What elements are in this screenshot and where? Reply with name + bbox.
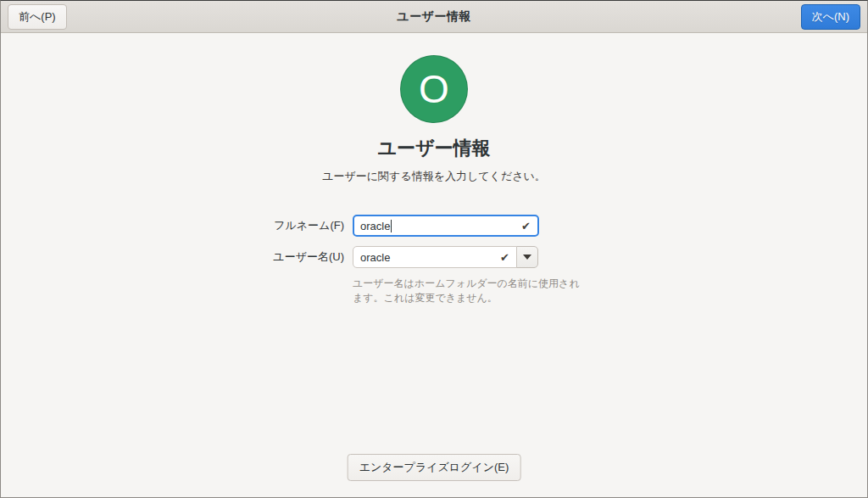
username-value: oracle xyxy=(360,251,390,264)
page-title: ユーザー情報 xyxy=(377,136,490,161)
username-input[interactable]: oracle ✔ xyxy=(353,246,517,268)
avatar-letter: O xyxy=(419,70,449,109)
content-area: O ユーザー情報 ユーザーに関する情報を入力してください。 フルネーム(F) o… xyxy=(1,33,867,498)
username-label: ユーザー名(U) xyxy=(242,249,344,265)
titlebar-title: ユーザー情報 xyxy=(397,9,471,25)
back-button[interactable]: 前へ(P) xyxy=(8,4,67,30)
fullname-row: フルネーム(F) oracle ✔ xyxy=(242,215,587,237)
username-dropdown-button[interactable] xyxy=(516,246,538,268)
username-hint: ユーザー名はホームフォルダーの名前に使用されます。これは変更できません。 xyxy=(353,277,587,306)
user-info-window: 前へ(P) ユーザー情報 次へ(N) O ユーザー情報 ユーザーに関する情報を入… xyxy=(0,0,868,498)
username-combo: oracle ✔ xyxy=(353,246,539,268)
valid-check-icon: ✔ xyxy=(500,251,509,264)
fullname-value: oracle xyxy=(360,220,390,232)
username-hint-row: ユーザー名はホームフォルダーの名前に使用されます。これは変更できません。 xyxy=(242,277,587,306)
titlebar: 前へ(P) ユーザー情報 次へ(N) xyxy=(1,1,867,33)
avatar[interactable]: O xyxy=(400,55,468,123)
fullname-input[interactable]: oracle ✔ xyxy=(353,215,539,237)
next-button[interactable]: 次へ(N) xyxy=(801,4,860,30)
username-row: ユーザー名(U) oracle ✔ xyxy=(242,246,587,268)
page-subtitle: ユーザーに関する情報を入力してください。 xyxy=(322,169,546,184)
text-caret xyxy=(391,220,392,232)
user-info-form: フルネーム(F) oracle ✔ ユーザー名(U) oracle ✔ xyxy=(242,215,587,306)
fullname-label: フルネーム(F) xyxy=(242,218,344,233)
enterprise-login-button[interactable]: エンタープライズログイン(E) xyxy=(348,454,521,481)
valid-check-icon: ✔ xyxy=(521,220,531,232)
chevron-down-icon xyxy=(523,255,531,260)
